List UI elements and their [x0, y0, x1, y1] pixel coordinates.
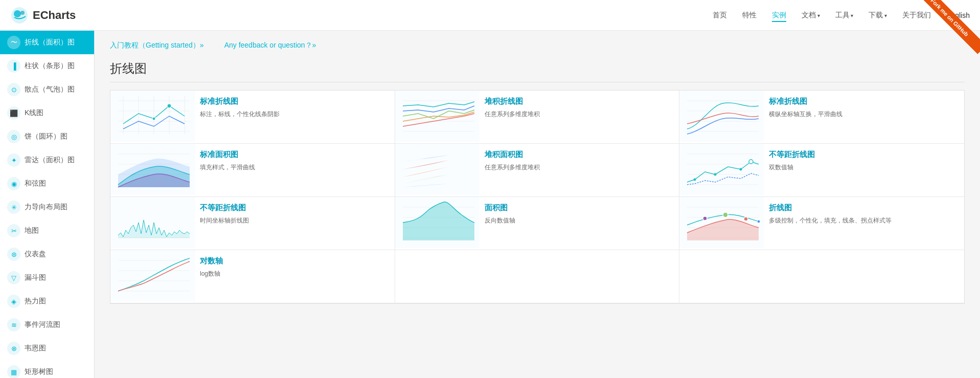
chart-desc-5: 双数值轴	[769, 163, 959, 172]
sidebar-item-label: 漏斗图	[25, 273, 46, 282]
chart-title-5[interactable]: 不等距折线图	[769, 150, 959, 160]
chart-info-6: 不等距折线图 时间坐标轴折线图	[195, 197, 395, 250]
chart-info-8: 折线图 多级控制，个性化，填充，线条、拐点样式等	[764, 197, 964, 250]
radar-chart-icon: ✦	[7, 153, 20, 167]
kline-chart-icon: ⬛	[7, 106, 20, 120]
chart-grid: 标准折线图 标注，标线，个性化线条阴影	[110, 90, 965, 304]
chart-thumbnail-6[interactable]	[110, 197, 195, 250]
sidebar-item-heatmap[interactable]: ◈ 热力图	[0, 290, 94, 313]
sidebar-item-label: 折线（面积）图	[25, 38, 75, 47]
sidebar-item-line[interactable]: 〜 折线（面积）图	[0, 31, 94, 54]
chart-title-3[interactable]: 标准面积图	[200, 150, 390, 160]
sidebar-item-kline[interactable]: ⬛ K线图	[0, 101, 94, 125]
sidebar-item-venn[interactable]: ⊗ 韦恩图	[0, 337, 94, 360]
nav-home[interactable]: 首页	[713, 9, 727, 22]
page-title: 折线图	[110, 60, 965, 82]
chart-thumbnail-3[interactable]	[110, 144, 195, 196]
chart-cell-4: 堆积面积图 任意系列多维度堆积	[395, 144, 680, 197]
chart-title-6[interactable]: 不等距折线图	[200, 203, 390, 213]
chart-thumbnail-5[interactable]	[679, 144, 764, 196]
chart-desc-2: 横纵坐标轴互换，平滑曲线	[769, 109, 959, 119]
svg-point-14	[167, 104, 171, 108]
chart-cell-7: 面积图 反向数值轴	[395, 197, 680, 250]
sidebar-item-label: 柱状（条形）图	[25, 61, 75, 71]
chart-info-2: 标准折线图 横纵坐标轴互换，平滑曲线	[764, 91, 964, 143]
chart-title-2[interactable]: 标准折线图	[769, 97, 959, 106]
river-chart-icon: ≋	[7, 318, 20, 331]
chart-thumbnail-0[interactable]	[110, 91, 195, 143]
chart-title-4[interactable]: 堆积面积图	[485, 150, 674, 160]
nav-features[interactable]: 特性	[742, 9, 757, 22]
chart-cell-0: 标准折线图 标注，标线，个性化线条阴影	[110, 91, 395, 144]
logo[interactable]: ECharts	[10, 6, 76, 25]
chart-desc-7: 反向数值轴	[485, 216, 674, 226]
sidebar-item-bar[interactable]: ▐ 柱状（条形）图	[0, 54, 94, 78]
sidebar-item-river[interactable]: ≋ 事件河流图	[0, 313, 94, 337]
nav-tools[interactable]: 工具	[835, 9, 854, 22]
chart-thumbnail-2[interactable]	[679, 91, 764, 143]
getting-started-link[interactable]: 入门教程（Getting started）»	[110, 41, 204, 50]
chart-cell-5: 不等距折线图 双数值轴	[679, 144, 964, 197]
top-links: 入门教程（Getting started）» Any feedback or q…	[110, 41, 965, 50]
chart-desc-1: 任意系列多维度堆积	[485, 109, 674, 119]
sidebar-item-label: 热力图	[25, 297, 46, 306]
bar-chart-icon: ▐	[7, 59, 20, 73]
sidebar-item-label: 矩形树图	[25, 367, 53, 376]
sidebar-item-label: 事件河流图	[25, 320, 60, 329]
treemap-chart-icon: ▦	[7, 365, 20, 378]
nav-docs[interactable]: 文档	[802, 9, 820, 22]
nav-examples[interactable]: 实例	[772, 9, 786, 22]
sidebar-item-label: 和弦图	[25, 179, 46, 188]
sidebar-item-scatter[interactable]: ⊙ 散点（气泡）图	[0, 78, 94, 101]
layout: 〜 折线（面积）图 ▐ 柱状（条形）图 ⊙ 散点（气泡）图 ⬛ K线图 ◎ 饼（…	[0, 31, 980, 378]
svg-point-51	[703, 216, 707, 220]
main-nav: 首页 特性 实例 文档 工具 下载 关于我们 English	[713, 9, 970, 22]
sidebar-item-radar[interactable]: ✦ 雷达（面积）图	[0, 148, 94, 172]
gauge-chart-icon: ⊛	[7, 248, 20, 261]
chart-cell-empty-2	[679, 250, 964, 303]
sidebar-item-label: 雷达（面积）图	[25, 155, 75, 165]
map-chart-icon: ✂	[7, 224, 20, 237]
feedback-link[interactable]: Any feedback or question？»	[224, 41, 316, 50]
sidebar-item-chord[interactable]: ◉ 和弦图	[0, 172, 94, 195]
chart-cell-empty-1	[395, 250, 680, 303]
sidebar-item-force[interactable]: ✳ 力导向布局图	[0, 195, 94, 219]
chart-thumbnail-7[interactable]	[395, 197, 480, 250]
sidebar-item-label: K线图	[25, 108, 43, 118]
chart-desc-8: 多级控制，个性化，填充，线条、拐点样式等	[769, 216, 959, 226]
chart-title-7[interactable]: 面积图	[485, 203, 674, 213]
sidebar-item-funnel[interactable]: ▽ 漏斗图	[0, 266, 94, 290]
heatmap-chart-icon: ◈	[7, 295, 20, 308]
line-chart-icon: 〜	[7, 36, 20, 49]
svg-rect-39	[110, 197, 195, 248]
chart-title-8[interactable]: 折线图	[769, 203, 959, 213]
chart-thumbnail-9[interactable]	[110, 250, 195, 303]
nav-about[interactable]: 关于我们	[902, 9, 931, 22]
main-content: 入门教程（Getting started）» Any feedback or q…	[95, 31, 980, 378]
svg-point-54	[757, 220, 760, 223]
nav-download[interactable]: 下载	[869, 9, 887, 22]
sidebar-item-map[interactable]: ✂ 地图	[0, 219, 94, 242]
chart-cell-3: 标准面积图 填充样式，平滑曲线	[110, 144, 395, 197]
chart-title-0[interactable]: 标准折线图	[200, 97, 390, 106]
funnel-chart-icon: ▽	[7, 271, 20, 284]
chart-thumbnail-8[interactable]	[679, 197, 764, 250]
svg-rect-20	[679, 91, 764, 142]
svg-point-37	[740, 168, 742, 171]
chart-title-1[interactable]: 堆积折线图	[485, 97, 674, 106]
chart-title-9[interactable]: 对数轴	[200, 256, 390, 266]
svg-point-53	[744, 217, 748, 221]
chart-info-1: 堆积折线图 任意系列多维度堆积	[480, 91, 679, 143]
sidebar-item-gauge[interactable]: ⊛ 仪表盘	[0, 242, 94, 266]
sidebar-item-label: 散点（气泡）图	[25, 85, 75, 94]
chart-cell-8: 折线图 多级控制，个性化，填充，线条、拐点样式等	[679, 197, 964, 250]
pie-chart-icon: ◎	[7, 130, 20, 143]
chart-thumbnail-4[interactable]	[395, 144, 480, 196]
chart-info-7: 面积图 反向数值轴	[480, 197, 679, 250]
chart-info-9: 对数轴 log数轴	[195, 250, 395, 303]
sidebar-item-treemap[interactable]: ▦ 矩形树图	[0, 360, 94, 378]
chart-cell-1: 堆积折线图 任意系列多维度堆积	[395, 91, 680, 144]
svg-point-2	[20, 11, 25, 15]
sidebar-item-pie[interactable]: ◎ 饼（圆环）图	[0, 125, 94, 148]
chart-thumbnail-1[interactable]	[395, 91, 480, 143]
